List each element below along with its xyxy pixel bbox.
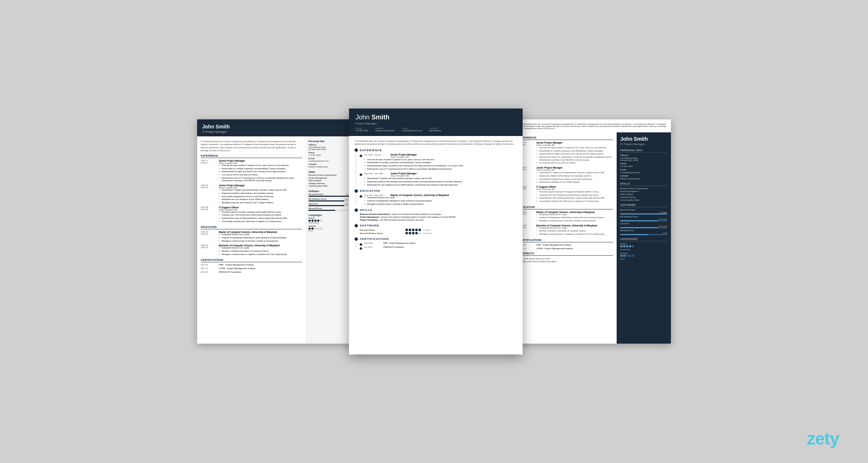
resume2-edu-title: EDUCATION [355,189,517,192]
resume1-edu-2: 1996-09 -1999-06 Bachelor of Computer Sc… [201,244,302,256]
resume1-main: IT Professional with over 10 years of ex… [197,136,306,344]
diamond-icon-4 [354,224,358,228]
zety-logo: zety [807,429,839,449]
resume2-title: Project Manager [356,122,516,125]
resume3-sidebar: John Smith IT Project Manager Personal I… [617,132,671,344]
resume2-cert-timeline: May 2015 PMP - Project Management Instit… [356,242,517,248]
resume1-job1-bullets: Oversaw all major hospital IT projects f… [219,164,302,182]
resume1-job1-title: Senior Project Manager [219,160,302,162]
resume1-edu-1: 1999-09 -2001-05 Master of Computer Scie… [201,231,302,243]
resume2-skills-list: Business Process Improvement - history o… [355,213,517,221]
resume3-header: IT Professional with over 10 years of ex… [515,119,671,132]
resume2-job-2: Sep 2004 - Dec 2006 Junior Project Manag… [361,172,517,186]
resume3-body: Experience 2005-12 -present Senior Proje… [515,132,671,344]
resume2-edu-1: Sep 1996 - May 2001 Master of Computer S… [361,194,517,205]
resume2-skills-title: SKILLS [355,208,517,212]
resume1-job-2: 2004-09 -2006-12 Junior Project Manager … [201,184,302,204]
resume1-personal-info: Personal Info Address 134 Rightward WayP… [309,140,353,168]
resume1-job-1: 2006-12 -present Senior Project Manager … [201,160,302,183]
resume2-body: IT Professional with over 10 years of ex… [349,136,523,354]
diamond-icon-5 [354,237,358,241]
resume2-summary: IT Professional with over 10 years of ex… [355,140,517,146]
resume1-job3-bullets: Provided support for project managers an… [219,211,302,223]
resume2-timeline: Dec 2006 - present Senior Project Manage… [356,153,517,187]
resume2-job-1: Dec 2006 - present Senior Project Manage… [361,153,517,171]
resume2-software-list: Microsoft Project Excellent Microsoft Wi… [355,229,517,234]
resume1-job2-title: Junior Project Manager [219,184,302,187]
resume2-software-title: SOFTWARE [355,224,517,227]
resume2-header: John Smith Project Manager Phone 774-987… [349,109,523,136]
resume-1: John Smith IT Project Manager IT Profess… [197,119,356,344]
resume1-skills-section: Skills Business Process Improvement Vend… [309,171,353,187]
diamond-icon-2 [354,189,358,193]
diamond-icon-3 [354,208,358,212]
resume2-name: John Smith [356,114,516,121]
resume1-education-title: Education [201,225,302,229]
resume1-job2-detail: Junior Project Manager Seton Hospital, M… [219,184,302,204]
resume2-cert-title: CERTIFICATIONS [355,237,517,241]
resume1-title: IT Project Manager [202,130,351,133]
resume-2: John Smith Project Manager Phone 774-987… [349,109,523,354]
resume1-sidebar: Personal Info Address 134 Rightward WayP… [306,136,356,344]
page-wrapper: John Smith IT Project Manager IT Profess… [0,0,868,463]
resume1-software-section: Software Microsoft Project Excellent MS … [309,190,353,211]
resume2-contact: Phone 774-987-4009 LinkedIn linkedin.com… [356,127,516,132]
resume1-cert-title: Certifications [201,258,302,262]
resume1-job3-dates: 2002-08 -2004-09 [201,206,219,224]
resume1-job-3: 2002-08 -2004-09 IT Support Officer Seto… [201,206,302,224]
resume2-edu-timeline: Sep 1996 - May 2001 Master of Computer S… [356,194,517,205]
resume-3: IT Professional with over 10 years of ex… [515,119,671,344]
resume1-job1-detail: Senior Project Manager Seton Hospital, M… [219,160,302,183]
resume1-experience-title: Experience [201,154,302,158]
resume1-header: John Smith IT Project Manager [197,119,356,136]
resume1-summary: IT Professional with over 10 years of ex… [201,140,302,152]
resume1-body: IT Professional with over 10 years of ex… [197,136,356,344]
resume1-job1-dates: 2006-12 -present [201,160,219,183]
resume1-job3-detail: IT Support Officer Seton Hospital, ME Pr… [219,206,302,224]
resume3-main: Experience 2005-12 -present Senior Proje… [515,132,617,344]
resumes-container: John Smith IT Project Manager IT Profess… [190,109,678,354]
resume1-job2-bullets: Streamlined IT logistics and administrat… [219,189,302,204]
resume1-name: John Smith [202,124,351,129]
resume1-job2-dates: 2004-09 -2006-12 [201,184,219,204]
resume1-job3-title: IT Support Officer [219,206,302,209]
resume1-languages-section: Languages French Intermediate Spanish [309,214,353,232]
resume2-exp-title: EXPERIENCE [355,149,517,152]
diamond-icon [354,148,358,152]
